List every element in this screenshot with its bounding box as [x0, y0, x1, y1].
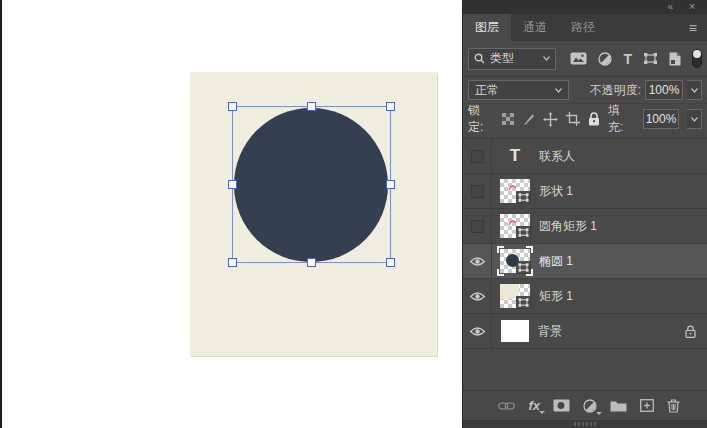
shape-layer-thumbnail[interactable]: [500, 249, 530, 273]
thumbnail-selected-corner: [526, 246, 533, 253]
type-layer-filter-icon[interactable]: T: [623, 52, 632, 66]
blend-mode-select[interactable]: 正常: [468, 80, 569, 100]
panel-menu-icon[interactable]: ≡: [689, 14, 707, 41]
layer-style-button[interactable]: fx: [528, 399, 540, 412]
chevron-down-icon: [691, 88, 698, 93]
selection-handle-top-left[interactable]: [228, 102, 237, 111]
collapse-panel-icon[interactable]: «: [668, 2, 674, 12]
trash-icon: [667, 399, 680, 413]
lock-position-move-icon[interactable]: [543, 112, 558, 127]
opacity-dropdown-button[interactable]: [687, 80, 702, 100]
layer-row-beijing[interactable]: 背景: [463, 314, 707, 349]
text-layer-thumbnail[interactable]: T: [500, 144, 530, 168]
selection-handle-middle-left[interactable]: [228, 180, 237, 189]
adjustment-dropdown-caret-icon: [596, 412, 602, 415]
new-group-button[interactable]: [610, 400, 627, 412]
thumbnail-selected-corner: [497, 269, 504, 276]
background-layer-thumbnail[interactable]: [501, 320, 529, 342]
lock-transparency-icon[interactable]: [502, 113, 514, 125]
adjustment-layer-filter-icon[interactable]: [598, 52, 612, 66]
new-layer-icon: [640, 399, 654, 412]
layer-name: 矩形 1: [539, 288, 573, 305]
smart-object-filter-icon[interactable]: [669, 52, 681, 66]
fill-input[interactable]: 100%: [643, 109, 680, 129]
filter-kind-select[interactable]: 类型: [468, 48, 556, 70]
link-layers-button[interactable]: [498, 401, 515, 411]
shape-layer-filter-icon[interactable]: [643, 52, 658, 65]
panel-bottom-strip: [463, 420, 707, 428]
document-canvas[interactable]: [190, 72, 437, 356]
layer-row-xingzhuang-1[interactable]: 形状 1: [463, 174, 707, 209]
search-icon: [474, 53, 485, 64]
shape-layer-thumbnail[interactable]: [500, 179, 530, 203]
folder-icon: [610, 400, 627, 412]
shape-badge-icon: [516, 226, 531, 239]
layer-name: 联系人: [539, 148, 575, 165]
link-icon: [498, 401, 515, 411]
tab-paths[interactable]: 路径: [559, 14, 607, 41]
eye-hidden-box: [471, 185, 484, 198]
add-layer-mask-button[interactable]: [553, 399, 570, 412]
pixel-layer-filter-icon[interactable]: [570, 52, 587, 65]
opacity-value: 100%: [649, 83, 680, 97]
opacity-input[interactable]: 100%: [645, 80, 683, 100]
tab-layers[interactable]: 图层: [463, 14, 511, 41]
layer-row-tuoyuan-1[interactable]: 椭圆 1: [463, 244, 707, 279]
layer-row-juxing-1[interactable]: 矩形 1: [463, 279, 707, 314]
lock-pixels-brush-icon[interactable]: [522, 113, 535, 126]
chevron-down-icon: [555, 88, 562, 93]
selection-handle-bottom-right[interactable]: [386, 258, 395, 267]
window-left-edge: [0, 0, 2, 428]
shape-layer-thumbnail[interactable]: [500, 284, 530, 308]
panel-titlebar: « ×: [463, 0, 707, 14]
close-panel-icon[interactable]: ×: [689, 2, 695, 12]
selection-handle-top-right[interactable]: [386, 102, 395, 111]
eye-hidden-box: [471, 150, 484, 163]
visibility-toggle[interactable]: [463, 139, 492, 173]
layer-row-lianxiren[interactable]: T 联系人: [463, 139, 707, 174]
layer-row-yuanjiaojuxing-1[interactable]: 圆角矩形 1: [463, 209, 707, 244]
layer-lock-icon: [685, 325, 696, 338]
selection-handle-bottom-left[interactable]: [228, 258, 237, 267]
selection-handle-bottom-center[interactable]: [307, 258, 316, 267]
selection-handle-top-center[interactable]: [307, 102, 316, 111]
thumbnail-selected-corner: [497, 246, 504, 253]
filter-type-icons: T: [570, 49, 702, 68]
layer-name: 形状 1: [539, 183, 573, 200]
eye-icon: [469, 326, 486, 337]
visibility-toggle[interactable]: [463, 314, 492, 348]
fill-dropdown-button[interactable]: [687, 109, 702, 129]
shape-badge-icon: [516, 191, 531, 204]
filter-kind-label: 类型: [490, 50, 538, 67]
new-layer-button[interactable]: [640, 399, 654, 412]
filter-on-off-toggle[interactable]: [692, 49, 702, 68]
eye-icon: [469, 256, 486, 267]
eye-hidden-box: [471, 220, 484, 233]
tab-channels-label: 通道: [523, 19, 547, 36]
layer-name: 椭圆 1: [539, 253, 573, 270]
tab-channels[interactable]: 通道: [511, 14, 559, 41]
shape-layer-thumbnail[interactable]: [500, 214, 530, 238]
new-adjustment-layer-button[interactable]: [583, 399, 597, 413]
visibility-toggle[interactable]: [463, 244, 492, 278]
chevron-down-icon: [691, 117, 698, 122]
layers-panel: « × 图层 通道 路径 ≡ 类型 T: [462, 0, 707, 428]
selection-handle-middle-right[interactable]: [386, 180, 395, 189]
blend-mode-value: 正常: [475, 82, 499, 99]
panel-tabs: 图层 通道 路径 ≡: [463, 14, 707, 41]
visibility-toggle[interactable]: [463, 174, 492, 208]
opacity-label: 不透明度:: [590, 82, 641, 99]
tab-layers-label: 图层: [475, 19, 499, 36]
visibility-toggle[interactable]: [463, 279, 492, 313]
lock-label: 锁定:: [468, 102, 494, 136]
lock-artboard-nesting-icon[interactable]: [566, 112, 580, 126]
fill-value: 100%: [646, 112, 677, 126]
delete-layer-button[interactable]: [667, 399, 680, 413]
panel-resize-grip[interactable]: [574, 422, 596, 426]
chevron-down-icon: [543, 56, 550, 61]
fill-label: 填充:: [608, 102, 634, 136]
visibility-toggle[interactable]: [463, 209, 492, 243]
tab-paths-label: 路径: [571, 19, 595, 36]
adjustment-layer-icon: [583, 399, 597, 413]
lock-all-icon[interactable]: [588, 112, 600, 126]
